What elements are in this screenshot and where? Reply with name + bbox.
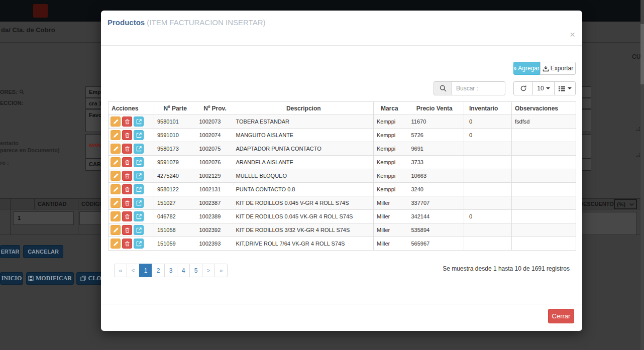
cell-prov: 1002074 [196, 129, 234, 142]
page-5[interactable]: 5 [189, 264, 202, 277]
assign-row-button[interactable] [134, 225, 144, 235]
cell-desc: MANGUITO AISLANTE [234, 129, 374, 142]
edit-row-button[interactable] [111, 225, 121, 235]
cell-inv [464, 156, 512, 169]
share-square-icon [136, 187, 142, 192]
col-prov: Nº Prov. [196, 102, 234, 115]
assign-row-button[interactable] [134, 184, 144, 194]
pencil-icon [113, 227, 119, 233]
assign-row-button[interactable] [134, 116, 144, 127]
cell-precio: 535894 [405, 223, 464, 237]
assign-row-button[interactable] [134, 211, 144, 221]
row-actions [109, 223, 154, 237]
close-icon[interactable]: × [570, 30, 575, 39]
trash-icon [125, 173, 130, 179]
productos-table-body: 95801011002073TOBERA ESTANDARKemppi11670… [109, 115, 576, 251]
assign-row-button[interactable] [134, 239, 144, 249]
cell-parte: 9591079 [154, 156, 196, 169]
screen: da/ Cta. de Cobro ORES: ECCION: entario … [0, 0, 644, 350]
cantidad-input[interactable]: 1 [13, 211, 74, 225]
share-square-icon [136, 200, 142, 206]
cell-marca: Miller [374, 196, 405, 210]
page->[interactable]: > [202, 264, 215, 277]
cell-parte: 9580101 [154, 115, 196, 129]
cell-parte: 4275240 [154, 169, 196, 183]
cell-parte: 151027 [154, 196, 196, 210]
table-row: 95801221002131PUNTA CONTACTO 0.8Kemppi32… [109, 183, 576, 196]
textarea-resize-grip[interactable] [639, 127, 640, 128]
cell-desc: PUNTA CONTACTO 0.8 [234, 183, 374, 196]
inicio-button[interactable]: INICIO [0, 272, 23, 285]
codigo-column-header: CÓDIGO [81, 201, 104, 207]
search-input[interactable] [452, 81, 505, 95]
edit-row-button[interactable] [111, 116, 121, 127]
page-2[interactable]: 2 [152, 264, 165, 277]
trash-icon [125, 146, 130, 152]
textarea-resize-grip[interactable] [639, 153, 640, 154]
cell-desc: ADAPTADOR PUNTA CONTACTO [234, 142, 374, 156]
page-3[interactable]: 3 [164, 264, 177, 277]
modificar-button[interactable]: MODIFICAR [26, 272, 74, 285]
edit-row-button[interactable] [111, 171, 121, 181]
edit-row-button[interactable] [111, 239, 121, 249]
table-row: 95910101002074MANGUITO AISLANTEKemppi572… [109, 129, 576, 142]
edit-row-button[interactable] [111, 184, 121, 194]
assign-row-button[interactable] [134, 144, 144, 154]
cancelar-button[interactable]: CANCELAR [23, 245, 63, 258]
descuento-input[interactable] [580, 212, 637, 235]
assign-row-button[interactable] [134, 130, 144, 140]
cerrar-button[interactable]: Cerrar [548, 309, 574, 323]
edit-row-button[interactable] [111, 130, 121, 140]
insertar-button[interactable]: ERTAR [0, 245, 20, 258]
breadcrumb: da/ Cta. de Cobro [1, 26, 55, 34]
cell-obs: fsdfsd [512, 115, 576, 129]
refresh-button[interactable] [513, 81, 533, 95]
trash-icon [125, 241, 130, 247]
edit-row-button[interactable] [111, 144, 121, 154]
cell-obs [512, 196, 576, 210]
scrollbar-thumb[interactable] [640, 24, 644, 84]
cell-inv [464, 169, 512, 183]
delete-row-button[interactable] [122, 130, 132, 140]
delete-row-button[interactable] [122, 211, 132, 221]
caret-down-icon [546, 87, 550, 89]
exportar-button[interactable]: Exportar [540, 62, 576, 75]
edit-row-button[interactable] [111, 211, 121, 221]
col-precio: Precio Venta [405, 102, 464, 115]
columns-dropdown[interactable] [554, 81, 576, 95]
delete-row-button[interactable] [122, 171, 132, 181]
page-«[interactable]: « [114, 264, 127, 277]
pencil-icon [113, 119, 119, 125]
assign-row-button[interactable] [134, 171, 144, 181]
page-»[interactable]: » [214, 264, 228, 277]
edit-row-button[interactable] [111, 157, 121, 167]
delete-row-button[interactable] [122, 157, 132, 167]
delete-row-button[interactable] [122, 184, 132, 194]
delete-row-button[interactable] [122, 225, 132, 235]
search-icon [440, 85, 447, 92]
delete-row-button[interactable] [122, 198, 132, 208]
cell-obs [512, 210, 576, 223]
table-row: 95801731002075ADAPTADOR PUNTA CONTACTOKe… [109, 142, 576, 156]
cell-desc: MUELLE BLOQUEO [234, 169, 374, 183]
page-4[interactable]: 4 [177, 264, 190, 277]
page-1[interactable]: 1 [139, 264, 152, 277]
assign-row-button[interactable] [134, 198, 144, 208]
descuento-unit-select[interactable]: (%) [614, 199, 637, 209]
share-square-icon [136, 133, 142, 138]
edit-row-button[interactable] [111, 198, 121, 208]
delete-row-button[interactable] [122, 144, 132, 154]
agregar-button[interactable]: Agregar [513, 62, 540, 75]
assign-row-button[interactable] [134, 157, 144, 167]
cell-marca: Miller [374, 223, 405, 237]
delete-row-button[interactable] [122, 116, 132, 127]
page-scrollbar[interactable] [640, 0, 644, 350]
cell-prov: 1002131 [196, 183, 234, 196]
page-<[interactable]: < [127, 264, 140, 277]
cell-desc: KIT,DRIVE ROLL 7/64 VK-GR 4 ROLL S74S [234, 237, 374, 251]
row-actions [109, 115, 154, 129]
cell-obs [512, 223, 576, 237]
delete-row-button[interactable] [122, 239, 132, 249]
page-size-dropdown[interactable]: 10 [532, 81, 555, 95]
table-row: 1510271002387KIT DE RODILLOS 0.045 V-GR … [109, 196, 576, 210]
